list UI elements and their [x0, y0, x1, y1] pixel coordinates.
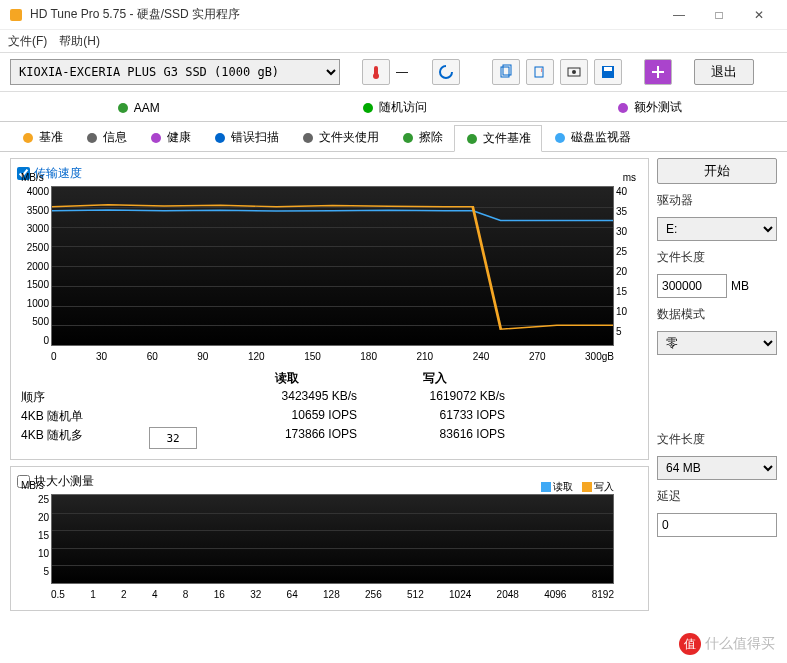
blocksize-panel: 块大小测量 MB/s 读取 写入 252015105 0.51248163264…	[10, 466, 649, 611]
monitor-icon	[553, 131, 567, 145]
menubar: 文件(F) 帮助(H)	[0, 30, 787, 52]
tab-信息[interactable]: 信息	[74, 124, 138, 151]
speaker-icon	[116, 101, 130, 115]
tab-label: 错误扫描	[231, 129, 279, 146]
chart2-unit-left: MB/s	[21, 480, 44, 491]
close-button[interactable]: ✕	[739, 1, 779, 29]
filelen-label: 文件长度	[657, 249, 777, 266]
filelen-input[interactable]	[657, 274, 727, 298]
tab-文件夹使用[interactable]: 文件夹使用	[290, 124, 390, 151]
chart1-xaxis: 0306090120150180210240270300gB	[51, 351, 614, 362]
save-button[interactable]	[594, 59, 622, 85]
menu-help[interactable]: 帮助(H)	[59, 33, 100, 50]
tab-磁盘监视器[interactable]: 磁盘监视器	[542, 124, 642, 151]
transfer-checkbox-label[interactable]: 传输速度	[17, 165, 642, 182]
watermark-icon: 值	[679, 633, 701, 655]
copy-button[interactable]	[492, 59, 520, 85]
tab-label: 健康	[167, 129, 191, 146]
queue-depth-input[interactable]	[149, 427, 197, 449]
tabs-row1: AAM随机访问额外测试	[0, 92, 787, 122]
svg-point-18	[303, 133, 313, 143]
datamode-select[interactable]: 零	[657, 331, 777, 355]
delay-label: 延迟	[657, 488, 777, 505]
svg-point-8	[572, 70, 576, 74]
extra-icon	[616, 101, 630, 115]
chart1-yaxis-left: 40003500300025002000150010005000	[21, 186, 49, 346]
filelen2-select[interactable]: 64 MB	[657, 456, 777, 480]
app-icon	[8, 7, 24, 23]
tab-额外测试[interactable]: 额外测试	[521, 94, 777, 121]
tab-label: 擦除	[419, 129, 443, 146]
minimize-button[interactable]: —	[659, 1, 699, 29]
delay-input[interactable]	[657, 513, 777, 537]
chart2-legend: 读取 写入	[535, 480, 614, 494]
svg-point-14	[23, 133, 33, 143]
tab-随机访问[interactable]: 随机访问	[266, 94, 522, 121]
watermark: 值 什么值得买	[679, 633, 775, 655]
svg-point-15	[87, 133, 97, 143]
window-title: HD Tune Pro 5.75 - 硬盘/SSD 实用程序	[30, 6, 659, 23]
transfer-chart	[51, 186, 614, 346]
maximize-button[interactable]: □	[699, 1, 739, 29]
titlebar: HD Tune Pro 5.75 - 硬盘/SSD 实用程序 — □ ✕	[0, 0, 787, 30]
watermark-text: 什么值得买	[705, 635, 775, 653]
tab-擦除[interactable]: 擦除	[390, 124, 454, 151]
temperature-button[interactable]	[362, 59, 390, 85]
tab-健康[interactable]: 健康	[138, 124, 202, 151]
tab-AAM[interactable]: AAM	[10, 94, 266, 121]
screenshot-button[interactable]	[560, 59, 588, 85]
tab-label: AAM	[134, 101, 160, 115]
svg-rect-0	[10, 9, 22, 21]
folder-icon	[301, 131, 315, 145]
filelen2-label: 文件长度	[657, 431, 777, 448]
copy-info-button[interactable]: i	[526, 59, 554, 85]
datamode-label: 数据模式	[657, 306, 777, 323]
blocksize-chart	[51, 494, 614, 584]
drive-label: 驱动器	[657, 192, 777, 209]
tab-label: 基准	[39, 129, 63, 146]
menu-file[interactable]: 文件(F)	[8, 33, 47, 50]
tab-错误扫描[interactable]: 错误扫描	[202, 124, 290, 151]
scan-icon	[213, 131, 227, 145]
chart1-unit-left: MB/s	[21, 172, 44, 183]
tab-基准[interactable]: 基准	[10, 124, 74, 151]
tab-label: 磁盘监视器	[571, 129, 631, 146]
svg-point-17	[215, 133, 225, 143]
svg-point-13	[618, 103, 628, 113]
drive-select[interactable]: KIOXIA-EXCERIA PLUS G3 SSD (1000 gB)	[10, 59, 340, 85]
start-button[interactable]: 开始	[657, 158, 777, 184]
tabs-row2: 基准信息健康错误扫描文件夹使用擦除文件基准磁盘监视器	[0, 122, 787, 152]
tab-label: 随机访问	[379, 99, 427, 116]
toolbar: KIOXIA-EXCERIA PLUS G3 SSD (1000 gB) — i…	[0, 52, 787, 92]
tab-label: 额外测试	[634, 99, 682, 116]
svg-point-12	[363, 103, 373, 113]
svg-rect-10	[604, 67, 612, 71]
exit-button[interactable]: 退出	[694, 59, 754, 85]
info-icon	[85, 131, 99, 145]
filebench-icon	[465, 132, 479, 146]
svg-text:i: i	[541, 67, 542, 73]
temperature-value: —	[396, 65, 426, 79]
refresh-button[interactable]	[432, 59, 460, 85]
svg-point-2	[373, 73, 379, 79]
sidebar: 开始 驱动器 E: 文件长度 MB 数据模式 零 文件长度 64 MB 延迟	[657, 158, 777, 617]
svg-point-11	[118, 103, 128, 113]
filelen-unit: MB	[731, 279, 749, 293]
results-table: 读取写入顺序3423495 KB/s1619072 KB/s4KB 随机单106…	[17, 366, 642, 453]
transfer-panel: 传输速度 MB/s ms 400035003000250020001500100…	[10, 158, 649, 460]
svg-point-21	[555, 133, 565, 143]
health-icon	[149, 131, 163, 145]
drive-letter-select[interactable]: E:	[657, 217, 777, 241]
chart2-xaxis: 0.512481632641282565121024204840968192	[51, 589, 614, 600]
legend-read: 读取	[553, 481, 573, 492]
tab-文件基准[interactable]: 文件基准	[454, 125, 542, 152]
erase-icon	[401, 131, 415, 145]
chart2-yaxis-left: 252015105	[21, 494, 49, 584]
bulb-icon	[21, 131, 35, 145]
chart1-yaxis-right: 403530252015105	[616, 186, 636, 346]
tab-label: 文件夹使用	[319, 129, 379, 146]
random-icon	[361, 101, 375, 115]
chart1-unit-right: ms	[623, 172, 636, 183]
legend-write: 写入	[594, 481, 614, 492]
settings-button[interactable]	[644, 59, 672, 85]
